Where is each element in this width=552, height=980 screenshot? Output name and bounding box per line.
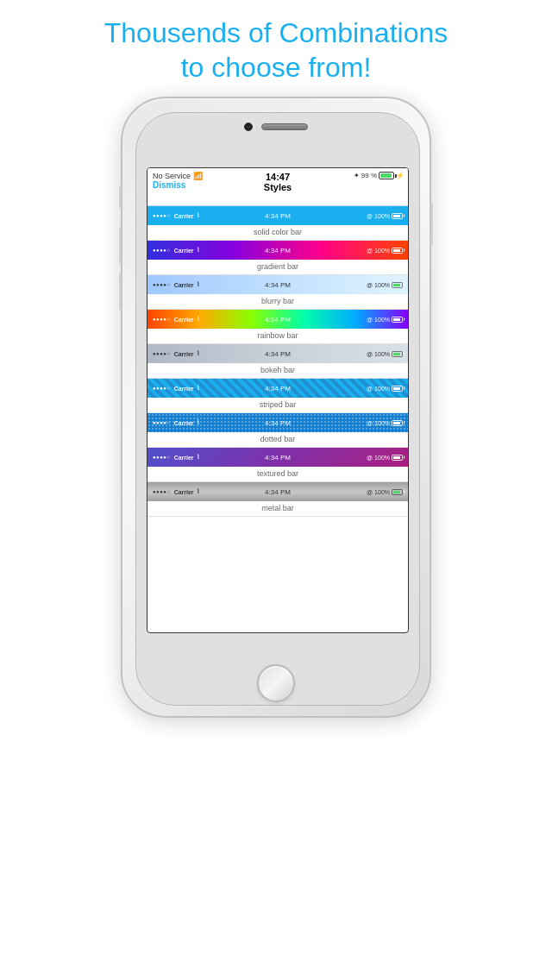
- at-icon-metal: @: [367, 489, 373, 495]
- at-icon-striped: @: [367, 386, 373, 392]
- bar-preview-bokeh: ●●●●○ Carrier ⌇ 4:34 PM @ 100%: [147, 344, 408, 363]
- volume-up-button[interactable]: [119, 226, 122, 264]
- wifi-icon-blurry: ⌇: [197, 281, 199, 288]
- bar-preview-textured: ●●●●○ Carrier ⌇ 4:34 PM @ 100%: [147, 448, 408, 467]
- phone-top-hardware: [122, 122, 430, 131]
- volume-down-button[interactable]: [119, 273, 122, 311]
- bluetooth-icon: ✦: [354, 172, 360, 179]
- battery-pct-dotted: 100%: [374, 420, 390, 426]
- at-icon-gradient: @: [367, 248, 373, 254]
- preview-left-solid: ●●●●○ Carrier ⌇: [153, 212, 199, 219]
- wifi-icon-solid: ⌇: [197, 212, 199, 219]
- nav-title: Styles: [264, 182, 292, 192]
- phone-shell: No Service 📶 Dismiss 14:47 Styles ✦ 99 %…: [121, 97, 431, 718]
- bar-item-textured[interactable]: ●●●●○ Carrier ⌇ 4:34 PM @ 100% textured …: [147, 448, 408, 482]
- silent-switch[interactable]: [119, 185, 122, 209]
- wifi-icon-rainbow: ⌇: [197, 316, 199, 323]
- preview-left-gradient: ●●●●○ Carrier ⌇: [153, 247, 199, 254]
- battery-icon: [379, 172, 394, 179]
- preview-right-textured: @ 100%: [367, 455, 403, 461]
- dismiss-button[interactable]: Dismiss: [153, 180, 203, 190]
- carrier-label-dotted: Carrier: [174, 420, 194, 426]
- at-icon-rainbow: @: [367, 317, 373, 323]
- mini-battery-metal: [392, 489, 403, 495]
- carrier-label-metal: Carrier: [174, 489, 194, 495]
- at-icon-blurry: @: [367, 282, 373, 288]
- power-button[interactable]: [430, 202, 433, 245]
- preview-left-textured: ●●●●○ Carrier ⌇: [153, 454, 199, 461]
- carrier-label-bokeh: Carrier: [174, 351, 194, 357]
- bar-item-striped[interactable]: ●●●●○ Carrier ⌇ 4:34 PM @ 100% striped b…: [147, 379, 408, 413]
- mini-battery-striped: [392, 386, 403, 392]
- preview-right-solid: @ 100%: [367, 213, 403, 219]
- carrier-label-gradient: Carrier: [174, 248, 194, 254]
- mini-battery-bokeh: [392, 351, 403, 357]
- mini-battery-gradient: [392, 248, 403, 254]
- bar-label-bokeh: bokeh bar: [147, 363, 408, 378]
- preview-time-blurry: 4:34 PM: [265, 281, 291, 289]
- wifi-icon-striped: ⌇: [197, 385, 199, 392]
- battery-pct-textured: 100%: [374, 455, 390, 461]
- wifi-icon-dotted: ⌇: [197, 419, 199, 426]
- preview-right-gradient: @ 100%: [367, 248, 403, 254]
- home-button[interactable]: [257, 664, 295, 702]
- signal-dots-textured: ●●●●○: [153, 455, 171, 460]
- preview-right-striped: @ 100%: [367, 386, 403, 392]
- front-camera: [244, 122, 253, 131]
- heading-line2: to choose from!: [181, 52, 372, 83]
- carrier-label-rainbow: Carrier: [174, 317, 194, 323]
- bar-item-dotted[interactable]: ●●●●○ Carrier ⌇ 4:34 PM @ 100% dotted ba…: [147, 413, 408, 448]
- wifi-icon-metal: ⌇: [197, 488, 199, 495]
- at-icon-bokeh: @: [367, 351, 373, 357]
- bar-item-bokeh[interactable]: ●●●●○ Carrier ⌇ 4:34 PM @ 100% bokeh bar: [147, 344, 408, 379]
- mini-battery-dotted: [392, 420, 403, 426]
- bar-label-gradient: gradient bar: [147, 260, 408, 274]
- preview-left-dotted: ●●●●○ Carrier ⌇: [153, 419, 199, 426]
- status-bar: No Service 📶 Dismiss 14:47 Styles ✦ 99 %…: [147, 168, 408, 206]
- mini-battery-textured: [392, 455, 403, 461]
- preview-time-striped: 4:34 PM: [265, 385, 291, 393]
- preview-right-blurry: @ 100%: [367, 282, 403, 288]
- status-right-area: ✦ 99 % ⚡: [354, 172, 405, 179]
- signal-dots-rainbow: ●●●●○: [153, 317, 171, 322]
- bar-preview-dotted: ●●●●○ Carrier ⌇ 4:34 PM @ 100%: [147, 413, 408, 432]
- wifi-icon-textured: ⌇: [197, 454, 199, 461]
- carrier-label-textured: Carrier: [174, 455, 194, 461]
- preview-right-bokeh: @ 100%: [367, 351, 403, 357]
- battery-pct-rainbow: 100%: [374, 317, 390, 323]
- bar-item-blurry[interactable]: ●●●●○ Carrier ⌇ 4:34 PM @ 100% blurry ba…: [147, 275, 408, 310]
- bar-label-solid: solid color bar: [147, 225, 408, 240]
- signal-dots-bokeh: ●●●●○: [153, 351, 171, 356]
- preview-time-gradient: 4:34 PM: [265, 247, 291, 254]
- bar-label-rainbow: rainbow bar: [147, 329, 408, 343]
- wifi-icon-gradient: ⌇: [197, 247, 199, 254]
- status-center: 14:47 Styles: [264, 172, 292, 192]
- bar-item-rainbow[interactable]: ●●●●○ Carrier ⌇ 4:34 PM @ 100% rainbow b…: [147, 310, 408, 344]
- bar-styles-list: ●●●●○ Carrier ⌇ 4:34 PM @ 100% solid col…: [147, 206, 408, 517]
- preview-left-metal: ●●●●○ Carrier ⌇: [153, 488, 199, 495]
- bar-item-solid[interactable]: ●●●●○ Carrier ⌇ 4:34 PM @ 100% solid col…: [147, 206, 408, 241]
- battery-pct-bokeh: 100%: [374, 351, 390, 357]
- battery-pct-solid: 100%: [374, 213, 390, 219]
- preview-left-rainbow: ●●●●○ Carrier ⌇: [153, 316, 199, 323]
- status-time: 14:47: [264, 172, 292, 182]
- carrier-label-solid: Carrier: [174, 213, 194, 219]
- preview-left-striped: ●●●●○ Carrier ⌇: [153, 385, 199, 392]
- bar-label-metal: metal bar: [147, 501, 408, 516]
- bar-preview-blurry: ●●●●○ Carrier ⌇ 4:34 PM @ 100%: [147, 275, 408, 294]
- bar-item-metal[interactable]: ●●●●○ Carrier ⌇ 4:34 PM @ 100% metal bar: [147, 482, 408, 517]
- preview-time-solid: 4:34 PM: [265, 212, 291, 220]
- heading: Thousends of Combinations to choose from…: [0, 0, 552, 97]
- charging-bolt-icon: ⚡: [396, 172, 405, 179]
- heading-line1: Thousends of Combinations: [104, 17, 448, 48]
- mini-battery-rainbow: [392, 317, 403, 323]
- bar-preview-striped: ●●●●○ Carrier ⌇ 4:34 PM @ 100%: [147, 379, 408, 398]
- no-service-text: No Service: [153, 172, 191, 180]
- at-icon-dotted: @: [367, 420, 373, 426]
- preview-time-metal: 4:34 PM: [265, 488, 291, 496]
- bar-item-gradient[interactable]: ●●●●○ Carrier ⌇ 4:34 PM @ 100% gradient …: [147, 241, 408, 275]
- preview-time-rainbow: 4:34 PM: [265, 316, 291, 324]
- at-icon-textured: @: [367, 455, 373, 461]
- carrier-label-striped: Carrier: [174, 386, 194, 392]
- bar-label-dotted: dotted bar: [147, 432, 408, 447]
